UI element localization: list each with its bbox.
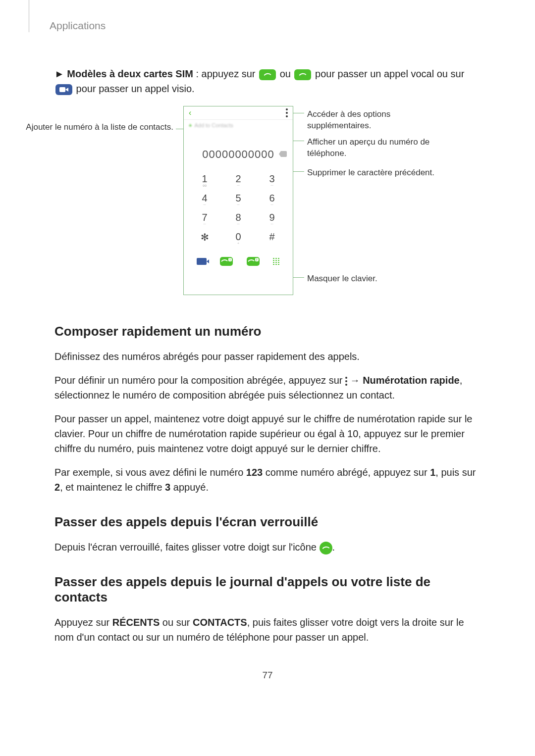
- s1-p3: Pour passer un appel, maintenez votre do…: [54, 411, 481, 456]
- hide-keypad-icon[interactable]: [273, 258, 280, 265]
- s2-p1: Depuis l'écran verrouillé, faites glisse…: [54, 540, 481, 554]
- s1-p4: Par exemple, si vous avez défini le numé…: [54, 465, 481, 495]
- call-sim1-icon: [259, 69, 276, 80]
- dialed-number: 00000000000: [202, 148, 274, 160]
- intro-paragraph: ► Modèles à deux cartes SIM : appuyez su…: [54, 66, 481, 96]
- dialer-figure: Ajouter le numéro à la liste de contacts…: [64, 106, 441, 304]
- key-1[interactable]: 1ᴏᴏ: [195, 173, 214, 187]
- s1-p1: Définissez des numéros abrégés pour pass…: [54, 349, 481, 364]
- add-to-contacts-row[interactable]: + Add to Contacts: [184, 120, 293, 133]
- key-0[interactable]: 0+: [228, 231, 248, 245]
- s3-p1: Appuyez sur RÉCENTS ou sur CONTACTS, pui…: [54, 615, 481, 645]
- callout-preview: Afficher un aperçu du numéro de téléphon…: [307, 137, 446, 159]
- intro-prefix: ►: [54, 68, 67, 79]
- callout-options: Accéder à des options supplémentaires.: [307, 109, 446, 132]
- keypad: 1ᴏᴏ 2─ 3─ 4─ 5─ 6─ 7─ 8─ 9─ ✻ 0+ #: [184, 166, 293, 253]
- back-icon[interactable]: ‹: [189, 108, 191, 117]
- phone-number-display: 00000000000: [184, 133, 293, 166]
- video-call-button-icon[interactable]: [197, 258, 207, 265]
- key-9[interactable]: 9─: [262, 212, 282, 225]
- key-hash[interactable]: #: [262, 231, 282, 245]
- more-options-icon: [345, 377, 347, 386]
- call-sim1-button-icon[interactable]: 1: [220, 257, 233, 266]
- intro-t1: : appuyez sur: [193, 68, 258, 79]
- key-8[interactable]: 8─: [228, 212, 248, 225]
- key-7[interactable]: 7─: [195, 212, 214, 225]
- page-number: 77: [0, 670, 535, 681]
- phone-icon: [320, 542, 332, 554]
- key-6[interactable]: 6─: [262, 193, 282, 206]
- call-sim2-button-icon[interactable]: 2: [247, 257, 260, 266]
- s1-p2: Pour définir un numéro pour la compositi…: [54, 373, 481, 403]
- phone-mock: ‹ + Add to Contacts 00000000000 1ᴏᴏ 2─ 3…: [183, 106, 293, 295]
- backspace-icon[interactable]: [279, 151, 287, 157]
- intro-t3: pour passer un appel vocal ou sur: [312, 68, 464, 79]
- heading-lock-screen: Passer des appels depuis l'écran verroui…: [54, 514, 481, 530]
- intro-t4: pour passer un appel visio.: [73, 83, 195, 94]
- callout-backspace: Supprimer le caractère précédent.: [307, 167, 451, 179]
- callout-hide-kbd: Masquer le clavier.: [307, 273, 446, 285]
- key-3[interactable]: 3─: [262, 173, 282, 187]
- plus-icon: +: [189, 122, 192, 128]
- heading-call-log: Passer des appels depuis le journal d'ap…: [54, 574, 481, 605]
- call-sim2-icon: [294, 69, 311, 80]
- key-4[interactable]: 4─: [195, 193, 214, 206]
- header-divider: [29, 0, 29, 32]
- intro-t2: ou: [277, 68, 293, 79]
- phone-topbar: ‹: [184, 106, 293, 120]
- key-star[interactable]: ✻: [195, 231, 214, 245]
- callout-add-contact: Ajouter le numéro à la liste de contacts…: [25, 122, 173, 133]
- more-options-icon[interactable]: [286, 108, 288, 117]
- header-section-title: Applications: [50, 20, 481, 32]
- video-call-icon: [55, 84, 72, 95]
- add-to-contacts-label: Add to Contacts: [194, 122, 233, 128]
- key-2[interactable]: 2─: [228, 173, 248, 187]
- dialer-actions: 1 2: [184, 253, 293, 266]
- heading-speed-dial: Composer rapidement un numéro: [54, 324, 481, 339]
- key-5[interactable]: 5─: [228, 193, 248, 206]
- intro-bold: Modèles à deux cartes SIM: [67, 68, 193, 79]
